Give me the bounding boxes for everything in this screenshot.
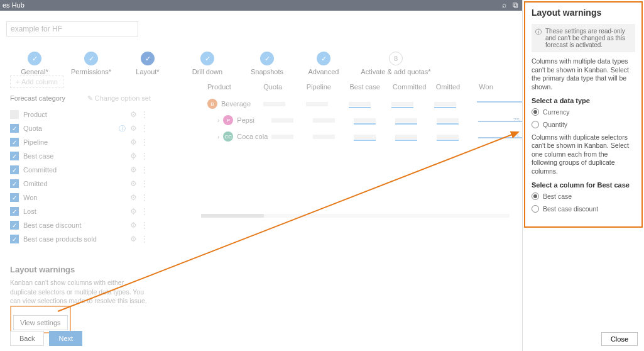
table-row[interactable]: ›CCCoca cola75 [195,128,522,145]
radio-quantity[interactable] [532,121,539,128]
info-icon[interactable]: ⓘ [119,124,126,133]
column-header: Product [195,83,263,91]
layout-warnings-body: Kanban can't show columns with either du… [10,278,151,306]
placeholder-bar [263,102,285,106]
step-drilldown[interactable]: ✓ [200,52,214,65]
category-label: Lost [23,208,36,215]
category-label: Best case discount [23,221,81,229]
more-icon[interactable]: ⋮ [141,221,148,230]
forecast-category-item[interactable]: ✓Best case products sold⚙⋮ [10,232,151,246]
more-icon[interactable]: ⋮ [141,165,148,174]
panel-desc-1: Columns with multiple data types can't b… [532,57,635,92]
step-general[interactable]: ✓ [28,52,41,65]
close-button[interactable]: Close [601,332,638,346]
back-button[interactable]: Back [10,331,44,346]
avatar: B [207,99,217,109]
chevron-right-icon[interactable]: › [217,133,219,140]
search-icon[interactable]: ⌕ [502,0,506,11]
table-row[interactable]: ›PPepsi75 [195,112,522,128]
category-label: Quota [23,125,42,132]
checkbox-icon[interactable]: ✓ [10,124,19,133]
more-icon[interactable]: ⋮ [141,110,148,119]
more-icon[interactable]: ⋮ [141,152,148,160]
placeholder-bar [354,118,376,123]
checkbox-icon[interactable]: ✓ [10,221,19,230]
chevron-right-icon[interactable]: › [217,117,219,124]
layout-warnings-heading: Layout warnings [10,265,151,274]
gear-icon[interactable]: ⚙ [130,124,137,133]
product-name: Beverage [221,100,251,108]
next-button[interactable]: Next [49,331,82,346]
readonly-note: ⓘThese settings are read-only and can't … [532,24,635,52]
forecast-category-item[interactable]: ✓Best case discount⚙⋮ [10,218,151,232]
forecast-category-item[interactable]: ✓Best case⚙⋮ [10,149,151,163]
step-snapshots[interactable]: ✓ [260,52,274,65]
checkbox-icon[interactable] [10,110,19,119]
category-label: Won [23,194,37,201]
add-column-button[interactable]: + Add column [10,75,63,88]
product-name: Coca cola [237,133,268,140]
gear-icon[interactable]: ⚙ [130,193,137,202]
step-layout[interactable]: ✓ [141,52,155,65]
gear-icon[interactable]: ⚙ [130,165,137,174]
step-activate[interactable]: 8 [389,52,403,65]
gear-icon[interactable]: ⚙ [130,110,137,119]
checkbox-icon[interactable]: ✓ [10,152,19,160]
checkbox-icon[interactable]: ✓ [10,138,19,147]
forecast-name-input[interactable] [6,21,138,36]
forecast-category-item[interactable]: ✓Won⚙⋮ [10,191,151,204]
more-icon[interactable]: ⋮ [141,235,148,243]
gear-icon[interactable]: ⚙ [130,138,137,147]
checkbox-icon[interactable]: ✓ [10,179,19,188]
more-icon[interactable]: ⋮ [141,124,148,133]
placeholder-bar [395,135,417,139]
view-settings-button[interactable]: View settings [13,315,68,330]
step-advanced[interactable]: ✓ [317,52,330,65]
assist-icon[interactable]: ⧉ [513,0,518,11]
view-settings-highlight: View settings [10,306,71,333]
column-header: Best case [349,83,393,91]
more-icon[interactable]: ⋮ [141,193,148,202]
checkbox-icon[interactable]: ✓ [10,235,19,243]
forecast-category-item[interactable]: Product⚙⋮ [10,108,151,121]
more-icon[interactable]: ⋮ [141,207,148,216]
select-data-type-label: Select a data type [532,97,635,104]
category-label: Committed [23,166,57,174]
table-row[interactable]: BBeverage [195,96,522,112]
forecast-category-item[interactable]: ✓Pipeline⚙⋮ [10,135,151,149]
gear-icon[interactable]: ⚙ [130,152,137,160]
placeholder-bar [437,135,459,139]
info-icon: ⓘ [535,28,542,48]
gear-icon[interactable]: ⚙ [130,207,137,216]
radio-currency[interactable] [532,108,539,116]
column-header: Committed [393,83,436,91]
horizontal-scrollbar[interactable] [201,214,510,218]
placeholder-bar [271,135,293,139]
won-cell: 75 [478,117,522,123]
checkbox-icon[interactable]: ✓ [10,207,19,216]
checkbox-icon[interactable]: ✓ [10,165,19,174]
category-label: Best case products sold [23,235,97,243]
radio-bestcase-discount[interactable] [532,205,539,213]
forecast-category-item[interactable]: ✓Quotaⓘ⚙⋮ [10,121,151,135]
preview-grid: ProductQuotaPipelineBest caseCommittedOm… [195,83,522,218]
column-header: Quota [263,83,307,91]
step-permissions[interactable]: ✓ [84,52,98,65]
forecast-category-item[interactable]: ✓Omitted⚙⋮ [10,177,151,191]
gear-icon[interactable]: ⚙ [130,235,137,243]
gear-icon[interactable]: ⚙ [130,221,137,230]
more-icon[interactable]: ⋮ [141,179,148,188]
placeholder-bar [391,102,413,106]
radio-bestcase[interactable] [532,192,539,200]
checkbox-icon[interactable]: ✓ [10,193,19,202]
panel-desc-2: Columns with duplicate selectors can't b… [532,133,635,176]
forecast-category-item[interactable]: ✓Committed⚙⋮ [10,163,151,177]
more-icon[interactable]: ⋮ [141,138,148,147]
placeholder-bar [395,118,417,123]
forecast-category-item[interactable]: ✓Lost⚙⋮ [10,204,151,218]
change-option-set-link[interactable]: ✎ Change option set [87,94,151,103]
gear-icon[interactable]: ⚙ [130,179,137,188]
panel-title: Layout warnings [532,8,635,18]
column-header: Won [479,83,522,91]
category-label: Product [23,111,47,118]
